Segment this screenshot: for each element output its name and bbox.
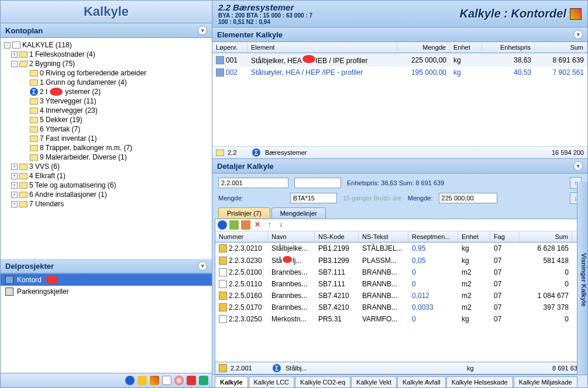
blank-input[interactable]	[294, 178, 341, 188]
close-icon[interactable]	[187, 376, 196, 385]
col-fag[interactable]: Fag	[490, 231, 520, 242]
bottom-tab[interactable]: Kalkyle Avfall	[397, 376, 446, 387]
tree-item[interactable]: 9 Malerarbeider. Diverse (1)	[2, 153, 211, 162]
col-nstekst[interactable]: NS-Tekst	[359, 231, 408, 242]
table-row[interactable]: 2.2.3.0230Stålj...PB3.1299PLASSM...0,05k…	[215, 254, 584, 266]
tree-item[interactable]: 4 Innervegger (23)	[2, 106, 211, 115]
elements-header[interactable]: Elementer Kalkyle ▾	[212, 27, 587, 42]
expand-icon[interactable]: +	[11, 192, 18, 198]
app-title: Kalkyle	[1, 1, 212, 23]
tree-item[interactable]: +3 VVS (6)	[2, 162, 211, 171]
folder-icon	[30, 117, 38, 123]
arrow-down-icon[interactable]: ↓	[276, 220, 286, 230]
col-sum[interactable]: Sum	[520, 231, 572, 242]
lifebuoy-icon[interactable]	[174, 376, 184, 385]
tree-item[interactable]: 1 Grunn og fundamenter (4)	[2, 78, 211, 87]
info-icon[interactable]	[218, 220, 227, 230]
visninger-strip[interactable]: Visninger Kalkyle	[577, 182, 587, 375]
tree-root[interactable]: −KALKYLE (118)	[2, 40, 211, 50]
bottom-tab[interactable]: Kalkyle	[215, 376, 248, 387]
elements-grid[interactable]: 001Stålbjelker, HEAIEB / IPE profiler225…	[212, 53, 587, 146]
chevron-down-icon[interactable]: ▾	[573, 30, 583, 39]
tree-item[interactable]: +4 Elkraft (1)	[2, 171, 211, 181]
code-input[interactable]	[218, 178, 288, 188]
add-icon[interactable]	[229, 220, 239, 230]
col-nummer[interactable]: Nummer	[215, 231, 268, 242]
cube-icon[interactable]	[150, 376, 159, 385]
expand-icon[interactable]: +	[11, 173, 18, 179]
col-resept[interactable]: Reseptmen...	[408, 231, 458, 242]
delprosjekter-header[interactable]: Delprosjekter ▾	[1, 259, 212, 273]
delete-icon[interactable]: ✕	[253, 220, 262, 230]
tree-item-selected[interactable]: Σ2 Iystemer (2)	[2, 87, 211, 96]
detail-tabs: Prislinjer (7) Mengdelinjer	[212, 207, 587, 219]
detail-inputs-row2: Mengde: 15 ganger Brutto are Mengde: ↓	[212, 192, 587, 207]
price-rows[interactable]: 2.2.3.0210Stålbjelke...PB1.2199STÅLBJEL.…	[215, 243, 584, 362]
row-icon	[219, 315, 227, 323]
tree-item[interactable]: 7 Fast inventar (1)	[2, 134, 211, 143]
table-row[interactable]: 2.2.5.0160Brannbes...SB7.4210BRANNB...0,…	[215, 290, 584, 302]
sigma-icon[interactable]	[125, 376, 135, 385]
table-row[interactable]: 2.2.5.0110Brannbes...SB7.111BRANNB...0m2…	[215, 278, 584, 290]
layers-icon[interactable]	[162, 376, 171, 385]
col-enhet[interactable]: Enhet	[458, 231, 490, 242]
table-row[interactable]: 2.2.3.0210Stålbjelke...PB1.2199STÅLBJEL.…	[215, 243, 584, 254]
chevron-down-icon[interactable]: ▾	[198, 261, 207, 271]
expand-icon[interactable]: +	[11, 51, 18, 58]
bottom-tab[interactable]: Kalkyle Helseskade	[446, 376, 513, 387]
table-row[interactable]: 2.2.5.0100Brannbes...SB7.111BRANNB...0m2…	[215, 266, 584, 278]
bottom-tab[interactable]: Kalkyle LCC	[249, 376, 295, 387]
tree-item[interactable]: +5 Tele og automatisering (6)	[2, 181, 211, 190]
bottom-tab[interactable]: Kalkyle CO2-eq	[295, 376, 350, 387]
folder-icon	[30, 98, 38, 105]
col-mengde[interactable]: Mengde	[397, 42, 450, 53]
tree-item[interactable]: 8 Trapper, balkonger m.m. (7)	[2, 143, 211, 153]
chevron-down-icon[interactable]: ▾	[573, 161, 583, 171]
ep-sum-label: Enhetspris: 38,63 Sum: 8 691 639	[347, 179, 444, 186]
cube-icon[interactable]	[570, 8, 582, 20]
formula-input[interactable]	[290, 193, 337, 203]
tree-item[interactable]: 5 Dekker (19)	[2, 115, 211, 124]
tree-item[interactable]: 6 Yttertak (7)	[2, 124, 211, 134]
subproject-item[interactable]: Parkeringskjeller	[1, 286, 212, 297]
kontoplan-header[interactable]: Kontoplan ▾	[1, 23, 212, 38]
mengde-input[interactable]	[439, 193, 497, 203]
arrow-up-icon[interactable]: ↑	[264, 220, 274, 230]
expand-icon[interactable]: +	[11, 201, 18, 207]
table-row[interactable]: 001Stålbjelker, HEAIEB / IPE profiler225…	[212, 53, 587, 67]
bottom-tab[interactable]: Kalkyle Miljøskade	[514, 376, 577, 387]
redaction-marker	[46, 276, 59, 284]
table-row[interactable]: 2.2.3.0250Merkostn...PR5.31VARMFO...0kg0…	[215, 313, 584, 325]
table-row[interactable]: 2.2.5.0170Brannbes...SB7.4210BRANNB...0,…	[215, 302, 584, 313]
table-row[interactable]: 002Stålsøyler, HEA / HEP /IPE - profiler…	[212, 67, 587, 78]
col-nskode[interactable]: NS-Kode	[315, 231, 359, 242]
grid-icon[interactable]	[137, 376, 147, 385]
col-lopenr[interactable]: Løpenr.	[212, 42, 247, 53]
bottom-tab[interactable]: Kalkyle Vekt	[351, 376, 397, 387]
tab-mengdelinjer[interactable]: Mengdelinjer	[271, 207, 326, 219]
edit-icon[interactable]	[241, 220, 250, 230]
collapse-icon[interactable]: −	[4, 42, 11, 49]
tree-item[interactable]: +1 Felleskostnader (4)	[2, 50, 211, 59]
collapse-icon[interactable]: −	[11, 61, 18, 67]
tree-item[interactable]: +7 Utendørs	[2, 199, 211, 209]
col-element[interactable]: Element	[247, 42, 397, 53]
expand-icon[interactable]: +	[11, 164, 18, 170]
right-pane: 2.2 Bæresystemer BYA : 200 BTA : 15 000 …	[212, 1, 587, 387]
col-navn[interactable]: Navn	[268, 231, 315, 242]
tree-item[interactable]: +6 Andre installasjoner (1)	[2, 190, 211, 199]
account-tree[interactable]: −KALKYLE (118) +1 Felleskostnader (4) −2…	[1, 38, 212, 259]
tree-item[interactable]: 3 Yttervegger (11)	[2, 96, 211, 106]
col-sum[interactable]: Sum	[535, 42, 587, 53]
chevron-down-icon[interactable]: ▾	[198, 26, 207, 35]
subproject-item-selected[interactable]: Kontord	[1, 274, 212, 286]
tree-item[interactable]: 0 Riving og forberedende arbeider	[2, 68, 211, 78]
tree-item[interactable]: −2 Bygning (75)	[2, 59, 211, 68]
col-enhet[interactable]: Enhet	[450, 42, 482, 53]
tab-prislinjer[interactable]: Prislinjer (7)	[218, 207, 270, 219]
subprojects-list[interactable]: Kontord Parkeringskjeller	[1, 273, 212, 373]
refresh-icon[interactable]	[199, 376, 208, 385]
details-header[interactable]: Detaljer Kalkyle ▾	[212, 159, 587, 174]
expand-icon[interactable]: +	[11, 182, 18, 189]
col-enhetspris[interactable]: Enhetspris	[482, 42, 535, 53]
